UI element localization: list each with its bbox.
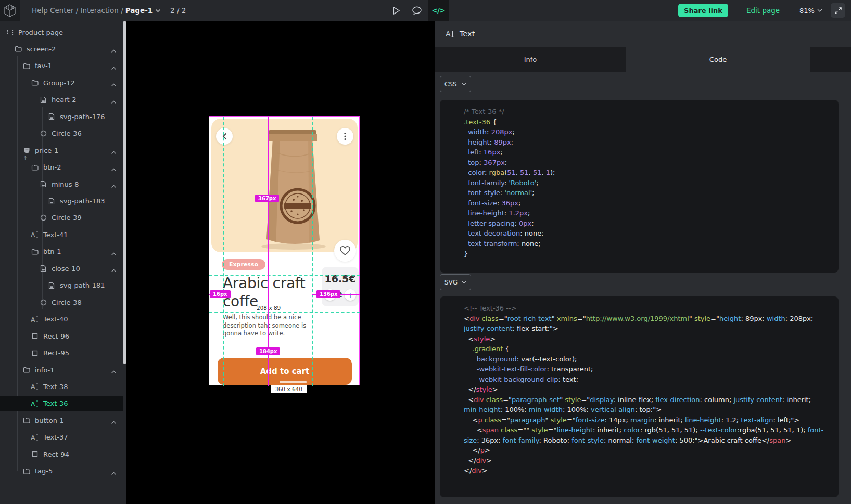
- layer-label: button-1: [35, 417, 64, 424]
- layer-row-svg-path-181[interactable]: svg-path-181: [0, 278, 123, 293]
- layer-row-circle-36[interactable]: Circle-36: [0, 126, 123, 141]
- folder-icon: [30, 249, 40, 255]
- layer-row-close-10[interactable]: close-10: [0, 261, 123, 276]
- mask-icon: [22, 147, 31, 154]
- code-line: -webkit-text-fill-color: transparent;: [464, 364, 829, 374]
- layer-row-circle-38[interactable]: Circle-38: [0, 295, 123, 309]
- breadcrumb[interactable]: Help Center / Interaction / Page-1: [32, 0, 161, 21]
- layer-row-minus-8[interactable]: minus-8: [0, 177, 123, 191]
- svg-file-icon: [39, 180, 48, 188]
- code-line: }: [464, 249, 829, 259]
- tab-info[interactable]: Info: [435, 47, 626, 72]
- chevron-up-icon[interactable]: [111, 98, 117, 106]
- css-code-block[interactable]: /* Text-36 */.text-36 { width: 208px; he…: [440, 100, 839, 273]
- breadcrumb-current-page: Page-1: [125, 6, 153, 15]
- code-line: <div class="root rich-text" xmlns="http:…: [464, 314, 829, 324]
- layer-row-group-12[interactable]: Group-12: [0, 75, 123, 90]
- folder-icon: [22, 468, 31, 474]
- product-tag-badge: Expresso: [222, 259, 265, 270]
- layer-label: Text-38: [43, 383, 68, 391]
- back-button[interactable]: [216, 128, 233, 145]
- chevron-up-icon[interactable]: [111, 368, 117, 376]
- svg-file-icon: [39, 265, 48, 272]
- layer-label: btn-2: [43, 163, 61, 171]
- zoom-level: 81%: [799, 7, 815, 15]
- layer-row-svg-path-183[interactable]: svg-path-183: [0, 194, 123, 209]
- favorite-button[interactable]: [334, 240, 356, 262]
- text-icon: A: [30, 231, 40, 238]
- edit-page-link[interactable]: Edit page: [746, 0, 780, 21]
- more-options-button[interactable]: [337, 128, 353, 145]
- layer-row-rect-95[interactable]: Rect-95: [0, 346, 123, 360]
- layer-row-product page[interactable]: Product page: [0, 25, 123, 40]
- design-canvas[interactable]: Expresso Arabic craft coffe 208 x 89 Wel…: [126, 21, 435, 504]
- code-line: </style>: [464, 384, 829, 395]
- chevron-up-icon[interactable]: [111, 266, 117, 274]
- artboard-frame[interactable]: Expresso Arabic craft coffe 208 x 89 Wel…: [209, 116, 360, 385]
- chevron-up-icon[interactable]: [111, 47, 117, 55]
- chevron-up-icon[interactable]: [111, 81, 117, 88]
- layer-row-rect-94[interactable]: Rect-94: [0, 447, 123, 461]
- layer-row-heart-2[interactable]: heart-2: [0, 93, 123, 107]
- price-card: 16.5€ − 2 +: [322, 267, 359, 306]
- css-format-select[interactable]: CSS: [440, 76, 471, 92]
- comments-button[interactable]: [409, 0, 425, 21]
- chevron-up-icon[interactable]: [111, 64, 117, 72]
- chevron-up-icon[interactable]: [111, 165, 117, 173]
- share-link-button[interactable]: Share link: [678, 4, 728, 17]
- product-description: Well, this should be a nice description …: [223, 314, 325, 338]
- chevron-down-icon: [155, 9, 161, 12]
- chevron-up-icon[interactable]: [111, 148, 117, 156]
- layer-row-btn-2[interactable]: btn-2: [0, 160, 123, 175]
- chevron-up-icon[interactable]: [111, 182, 117, 190]
- layer-row-fav-1[interactable]: fav-1: [0, 59, 123, 73]
- measure-label-top: 367px: [255, 195, 279, 202]
- layer-row-text-37[interactable]: AText-37: [0, 430, 123, 445]
- chevron-up-icon[interactable]: [111, 469, 117, 477]
- tab-code[interactable]: Code: [626, 47, 810, 72]
- layer-label: price-1: [35, 147, 58, 154]
- layer-row-rect-96[interactable]: Rect-96: [0, 329, 123, 343]
- layer-row-text-40[interactable]: AText-40: [0, 312, 123, 327]
- layer-row-price-1[interactable]: price-1: [0, 143, 123, 158]
- code-line: <p class="paragraph" style="font-size: 1…: [464, 415, 829, 425]
- svg-code-block[interactable]: <!-- Text-36 --><div class="root rich-te…: [440, 296, 839, 497]
- frame-size-label: 360 x 640: [271, 385, 307, 393]
- zoom-control[interactable]: 81%: [799, 0, 822, 21]
- app-logo[interactable]: [0, 0, 20, 21]
- layer-row-info-1[interactable]: info-1: [0, 363, 123, 377]
- layer-row-text-41[interactable]: AText-41: [0, 227, 123, 242]
- layer-row-text-38[interactable]: AText-38: [0, 379, 123, 394]
- layers-panel: ↑ Product pagescreen-2fav-1Group-12heart…: [0, 21, 126, 504]
- code-mode-button[interactable]: </>: [428, 0, 449, 21]
- layer-label: Rect-96: [43, 332, 69, 340]
- top-bar: Help Center / Interaction / Page-1 2 / 2…: [0, 0, 851, 21]
- layer-label: Circle-36: [52, 130, 82, 137]
- chevron-up-icon[interactable]: [111, 418, 117, 426]
- folder-icon: [22, 63, 31, 69]
- code-line: <span class="" style="line-height: inher…: [464, 425, 829, 435]
- code-line: min-height: 100%; min-width: 100%; verti…: [464, 405, 829, 415]
- layer-row-tag-5[interactable]: tag-5: [0, 464, 123, 479]
- layer-row-circle-39[interactable]: Circle-39: [0, 211, 123, 225]
- layer-row-svg-path-176[interactable]: svg-path-176: [0, 109, 123, 124]
- guide-dashed-bottom: [209, 312, 360, 313]
- code-line: left: 16px;: [464, 147, 829, 158]
- layer-label: Circle-38: [52, 299, 82, 306]
- layer-row-btn-1[interactable]: btn-1: [0, 244, 123, 259]
- rect-icon: [30, 350, 40, 356]
- chevron-up-icon[interactable]: [111, 250, 117, 257]
- layer-label: Rect-94: [43, 450, 69, 458]
- svg-format-select[interactable]: SVG: [440, 274, 471, 290]
- layer-row-text-36[interactable]: AText-36: [0, 396, 123, 411]
- measure-label-bottom: 184px: [256, 347, 280, 355]
- layer-row-screen-2[interactable]: screen-2: [0, 42, 123, 56]
- layer-label: Circle-39: [52, 214, 82, 222]
- sidebar-scrollbar[interactable]: [123, 21, 126, 364]
- expand-icon: [834, 7, 842, 15]
- play-button[interactable]: [388, 0, 404, 21]
- logo-cube-icon: [4, 4, 16, 17]
- layer-row-button-1[interactable]: button-1: [0, 413, 123, 428]
- fullscreen-button[interactable]: [831, 3, 845, 18]
- code-line: text-transform: none;: [464, 239, 829, 249]
